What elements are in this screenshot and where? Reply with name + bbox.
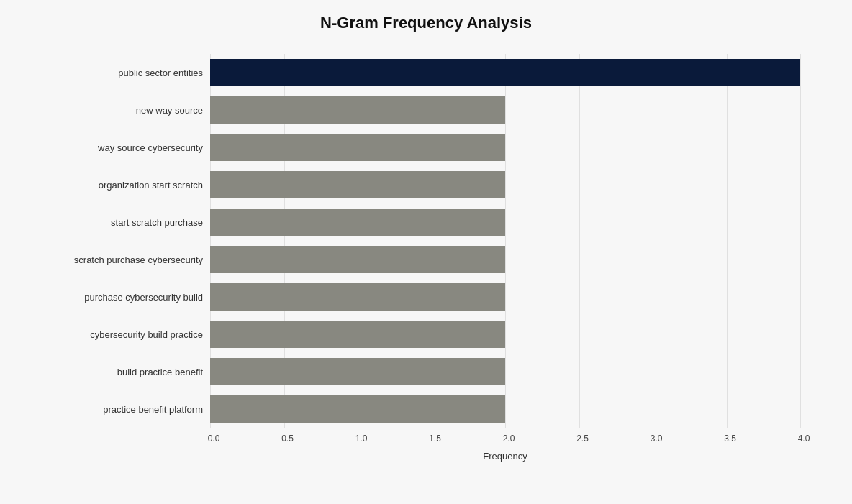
bar	[210, 171, 505, 198]
bar	[210, 246, 505, 273]
x-tick: 0.5	[277, 434, 299, 444]
x-tick: 1.0	[350, 434, 372, 444]
x-tick: 2.0	[498, 434, 520, 444]
y-label: cybersecurity build practice	[90, 316, 203, 353]
y-label: start scratch purchase	[111, 203, 203, 241]
y-label: new way source	[136, 91, 203, 129]
x-tick: 3.0	[645, 434, 667, 444]
chart-container: N-Gram Frequency Analysis public sector …	[30, 0, 822, 504]
x-tick: 4.0	[793, 434, 815, 444]
y-label: purchase cybersecurity build	[84, 278, 203, 316]
y-label: practice benefit platform	[103, 390, 203, 428]
chart-area: public sector entitiesnew way sourceway …	[52, 54, 800, 428]
bar-row	[210, 278, 800, 316]
bar	[210, 96, 505, 124]
x-tick: 2.5	[572, 434, 594, 444]
grid-line	[800, 54, 801, 428]
bars-grid	[210, 54, 800, 428]
bar	[210, 321, 505, 348]
bar	[210, 358, 505, 385]
bar-row	[210, 203, 800, 241]
x-tick: 0.0	[203, 434, 225, 444]
y-label: scratch purchase cybersecurity	[74, 241, 203, 278]
y-label: organization start scratch	[99, 166, 203, 203]
chart-title: N-Gram Frequency Analysis	[52, 14, 800, 32]
bar	[210, 209, 505, 236]
bar-row	[210, 54, 800, 91]
y-labels: public sector entitiesnew way sourceway …	[52, 54, 210, 428]
bar-row	[210, 91, 800, 129]
bar	[210, 59, 800, 86]
bar	[210, 395, 505, 423]
y-label: public sector entities	[118, 54, 203, 91]
bar	[210, 283, 505, 311]
bar-row	[210, 353, 800, 390]
bar-row	[210, 316, 800, 353]
bar-row	[210, 166, 800, 203]
bar-row	[210, 129, 800, 166]
bar-row	[210, 390, 800, 428]
x-axis: 0.00.51.01.52.02.53.03.54.0	[210, 434, 800, 448]
x-tick: 3.5	[720, 434, 741, 444]
x-axis-label: Frequency	[210, 451, 800, 462]
y-label: way source cybersecurity	[98, 129, 203, 166]
x-tick: 1.5	[425, 434, 446, 444]
y-label: build practice benefit	[117, 353, 203, 390]
bar-row	[210, 241, 800, 278]
bar	[210, 134, 505, 161]
